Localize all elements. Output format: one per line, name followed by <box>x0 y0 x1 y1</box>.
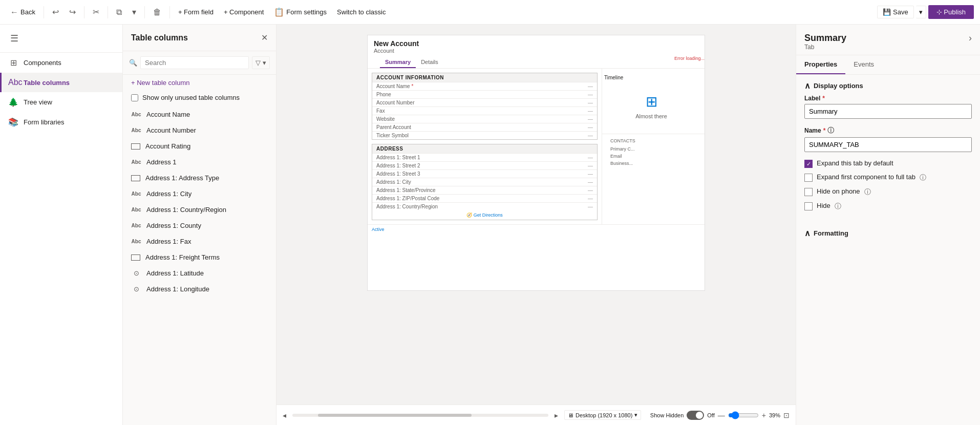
expand-full-checkbox[interactable] <box>804 174 813 182</box>
field-phone: Phone — <box>372 90 597 98</box>
redo-button[interactable]: ↪ <box>65 5 80 19</box>
sidebar-item-tree-view[interactable]: 🌲 Tree view <box>0 92 122 112</box>
primary-contact-field: Primary C... <box>606 145 700 153</box>
list-item[interactable]: ⊙ Address 1: Longitude <box>123 281 276 297</box>
name-info-icon[interactable]: ⓘ <box>827 126 834 135</box>
sidebar-item-components[interactable]: ⊞ Components <box>0 53 122 73</box>
list-item[interactable]: Abc Address 1: County <box>123 218 276 233</box>
fit-screen-button[interactable]: ⊡ <box>783 411 790 419</box>
device-selector[interactable]: 🖥 Desktop (1920 x 1080) ▾ <box>564 410 641 420</box>
display-options-section-header[interactable]: ∧ Display options <box>796 75 980 95</box>
table-columns-panel: Table columns ✕ 🔍 ▽ ▾ + New table column… <box>123 25 276 425</box>
publish-icon: ⊹ <box>936 8 942 16</box>
name-field-input[interactable] <box>804 137 972 152</box>
list-item[interactable]: Abc Address 1: Country/Region <box>123 202 276 218</box>
account-info-section: ACCOUNT INFORMATION Account Name * — Pho… <box>372 73 598 140</box>
col-icon-address-freight <box>131 254 140 261</box>
hide-label: Hide <box>817 202 830 209</box>
scroll-right-button[interactable]: ▸ <box>555 411 558 419</box>
column-list: Abc Account Name Abc Account Number Acco… <box>123 107 276 425</box>
toggle-knob <box>696 412 703 419</box>
hide-phone-checkbox[interactable] <box>804 188 813 196</box>
add-component-button[interactable]: + Component <box>220 6 268 18</box>
switch-classic-button[interactable]: Switch to classic <box>333 6 390 18</box>
error-loading-badge: Error loading... <box>674 56 705 61</box>
field-fax: Fax — <box>372 107 597 115</box>
form-preview: New Account Account Summary Details ACCO… <box>367 35 705 291</box>
show-hidden-toggle[interactable] <box>687 411 704 420</box>
right-panel-title: Summary <box>804 33 846 44</box>
list-item[interactable]: ⊙ Address 1: Latitude <box>123 265 276 281</box>
sidebar-item-form-libraries[interactable]: 📚 Form libraries <box>0 112 122 132</box>
back-button[interactable]: ← Back <box>6 6 39 19</box>
tab-properties[interactable]: Properties <box>796 55 845 74</box>
list-item[interactable]: Account Rating <box>123 138 276 154</box>
search-input[interactable] <box>140 56 249 69</box>
back-label: Back <box>20 8 35 16</box>
name-field-group: Name * ⓘ <box>804 126 972 152</box>
list-item[interactable]: Abc Account Name <box>123 107 276 122</box>
zoom-slider[interactable] <box>728 411 759 419</box>
horizontal-scrollbar[interactable] <box>292 414 548 417</box>
get-directions-button[interactable]: 🧭 Get Directions <box>372 210 597 220</box>
list-item[interactable]: Address 1: Freight Terms <box>123 249 276 265</box>
formatting-section-header[interactable]: ∧ Formatting <box>796 222 980 242</box>
save-dropdown-button[interactable]: ▾ <box>916 6 926 18</box>
expand-default-checkbox[interactable] <box>804 160 813 168</box>
delete-button[interactable]: 🗑 <box>149 6 165 19</box>
name-field-label: Name * ⓘ <box>804 126 972 135</box>
list-item[interactable]: Address 1: Address Type <box>123 170 276 186</box>
list-item[interactable]: Abc Address 1: City <box>123 186 276 202</box>
filter-button[interactable]: ▽ ▾ <box>252 56 270 69</box>
device-dropdown-icon: ▾ <box>634 412 637 418</box>
timeline-label: Timeline <box>604 75 623 80</box>
form-status-bar: Active <box>368 224 705 234</box>
field-zip: Address 1: ZIP/Postal Code — <box>372 194 597 202</box>
paste-dropdown-button[interactable]: ▾ <box>128 5 140 19</box>
sidebar-item-table-columns[interactable]: Abc Table columns <box>0 73 122 92</box>
paste-button[interactable]: ⧉ <box>112 6 126 19</box>
col-icon-account-name: Abc <box>131 112 141 117</box>
hide-row: Hide ⓘ <box>804 202 972 211</box>
cut-button[interactable]: ✂ <box>89 5 103 19</box>
save-button[interactable]: 💾 Save <box>877 6 914 18</box>
zoom-out-button[interactable]: — <box>718 411 725 419</box>
hide-checkbox[interactable] <box>804 202 813 210</box>
form-libraries-label: Form libraries <box>24 118 64 126</box>
tab-details[interactable]: Details <box>416 57 443 68</box>
list-item[interactable]: Abc Address 1 <box>123 154 276 170</box>
tab-summary[interactable]: Summary <box>380 57 416 68</box>
components-label: Components <box>24 59 61 67</box>
hide-info-icon[interactable]: ⓘ <box>835 202 841 211</box>
form-right-column: Timeline ⊞ Almost there CONTACTS Pr <box>602 69 705 224</box>
col-icon-address-country: Abc <box>131 207 141 213</box>
hide-phone-label: Hide on phone <box>817 187 860 195</box>
form-settings-button[interactable]: 📋 Form settings <box>270 5 331 19</box>
tab-events[interactable]: Events <box>845 55 882 74</box>
hide-phone-info-icon[interactable]: ⓘ <box>864 187 871 197</box>
add-column-label: + New table column <box>131 79 190 87</box>
panel-title-bar: Table columns ✕ <box>123 25 276 51</box>
show-hidden-label: Show Hidden <box>650 412 684 418</box>
formatting-chevron-icon: ∧ <box>804 228 811 238</box>
email-field-preview: Email <box>606 153 700 160</box>
expand-full-info-icon[interactable]: ⓘ <box>920 173 926 182</box>
right-panel-nav-button[interactable]: › <box>969 33 972 44</box>
label-field-input[interactable] <box>804 104 972 119</box>
contacts-label: CONTACTS <box>606 136 700 145</box>
right-panel-header: Summary Tab › <box>796 25 980 55</box>
undo-button[interactable]: ↩ <box>48 5 63 19</box>
show-unused-checkbox[interactable] <box>131 94 138 101</box>
hamburger-button[interactable]: ☰ <box>8 31 20 46</box>
scroll-left-button[interactable]: ◂ <box>283 411 286 419</box>
zoom-in-button[interactable]: + <box>762 411 766 419</box>
timeline-section: Timeline ⊞ Almost there <box>602 73 700 134</box>
publish-button[interactable]: ⊹ Publish <box>928 5 974 19</box>
col-label-address-city: Address 1: City <box>146 190 191 198</box>
label-required-star: * <box>822 95 825 102</box>
add-form-field-button[interactable]: + Form field <box>174 6 218 18</box>
list-item[interactable]: Abc Address 1: Fax <box>123 233 276 249</box>
add-new-column-button[interactable]: + New table column <box>123 75 276 91</box>
panel-close-button[interactable]: ✕ <box>261 33 268 42</box>
list-item[interactable]: Abc Account Number <box>123 122 276 138</box>
